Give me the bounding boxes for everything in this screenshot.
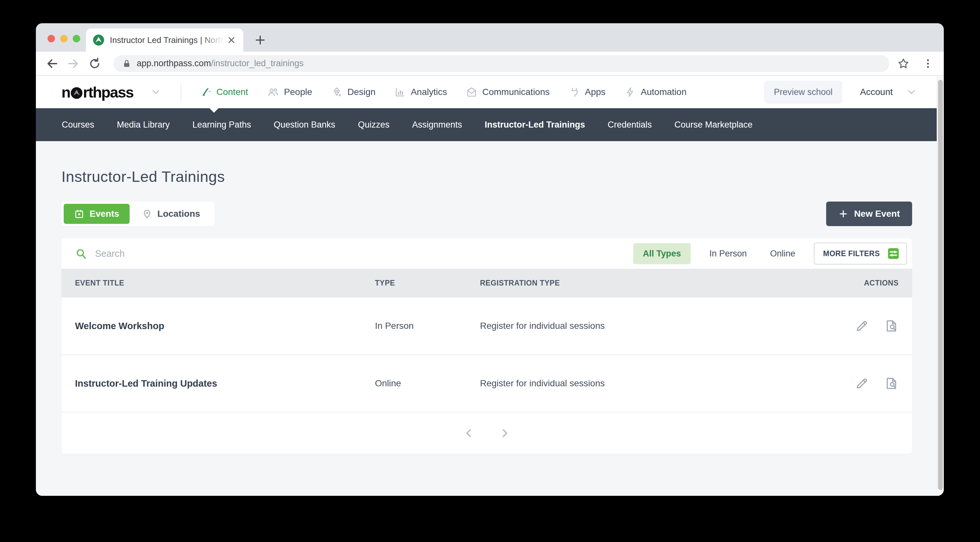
column-header-registration-type: REGISTRATION TYPE [480,279,864,287]
more-filters-label: MORE FILTERS [823,249,880,258]
nav-item-label: Automation [641,87,687,97]
northpass-logo[interactable]: n rthpass [61,83,134,101]
event-type-cell: In Person [375,321,480,331]
edit-pencil-icon[interactable] [854,319,869,333]
locations-tab[interactable]: Locations [130,204,212,224]
tab-close-icon[interactable] [227,35,236,45]
subnav-item-courses[interactable]: Courses [51,120,106,130]
subnav-item-instructor-led-trainings[interactable]: Instructor-Led Trainings [474,120,597,130]
nav-item-label: Communications [482,87,550,97]
subnav-item-media-library[interactable]: Media Library [106,120,181,130]
preview-document-icon[interactable] [885,376,899,390]
table-row[interactable]: Instructor-Led Training Updates Online R… [61,355,912,412]
window-controls [48,35,80,42]
page-content: Instructor-Led Trainings Events [36,168,937,454]
table-header-row: EVENT TITLE TYPE REGISTRATION TYPE ACTIO… [61,269,912,298]
search-icon [75,247,87,260]
back-arrow-icon [45,57,59,70]
fullscreen-window-button[interactable] [73,35,80,42]
edit-pencil-icon[interactable] [854,376,869,390]
northpass-logo-mark-icon [70,87,83,99]
content-sub-nav: Courses Media Library Learning Paths Que… [36,108,937,141]
northpass-favicon-icon [93,35,104,46]
browser-window: Instructor Led Trainings | North [36,23,944,496]
lock-icon [122,59,132,68]
forward-button[interactable] [66,57,81,71]
tab-title: Instructor Led Trainings | North [110,35,223,45]
filter-in-person[interactable]: In Person [705,249,751,259]
lightning-icon [624,86,636,98]
events-tab[interactable]: Events [64,204,130,224]
new-tab-button[interactable] [253,33,267,47]
app-viewport: n rthpass Cont [36,76,937,496]
scrollbar[interactable] [937,76,944,496]
pagination [61,412,912,454]
plus-icon [838,209,848,219]
active-nav-caret [209,108,219,113]
minimize-window-button[interactable] [60,35,68,42]
events-tab-label: Events [89,209,119,219]
logo-text: rthpass [83,83,134,101]
previous-page-button[interactable] [462,426,476,440]
nav-item-apps[interactable]: Apps [568,86,606,98]
account-menu[interactable]: Account [860,86,917,98]
app-top-nav: n rthpass Cont [36,76,937,108]
scrollbar-thumb[interactable] [938,80,943,490]
nav-item-communications[interactable]: Communications [466,86,550,98]
forward-arrow-icon [67,57,80,70]
preview-document-icon[interactable] [885,319,899,333]
new-event-button[interactable]: New Event [826,201,912,226]
subnav-item-credentials[interactable]: Credentials [597,120,663,130]
search-input[interactable] [94,248,321,259]
account-label: Account [860,87,893,97]
page-title: Instructor-Led Trainings [61,168,912,185]
logo-text: n [61,83,70,101]
browser-tab[interactable]: Instructor Led Trainings | North [86,29,243,52]
subnav-item-question-banks[interactable]: Question Banks [262,120,347,130]
plug-icon [568,86,580,98]
new-event-label: New Event [854,209,900,219]
nav-item-label: Content [216,87,248,97]
table-row[interactable]: Welcome Workshop In Person Register for … [61,298,912,355]
events-table-card: All Types In Person Online MORE FILTERS [61,238,912,454]
preview-school-button[interactable]: Preview school [764,81,842,104]
subnav-item-course-marketplace[interactable]: Course Marketplace [663,120,764,130]
school-switcher-chevron-icon[interactable] [150,87,161,98]
registration-type-cell: Register for individual sessions [480,378,854,388]
subnav-item-quizzes[interactable]: Quizzes [347,120,401,130]
subnav-item-assignments[interactable]: Assignments [401,120,474,130]
nav-item-content[interactable]: Content [200,86,248,98]
nav-item-design[interactable]: Design [331,86,375,98]
calendar-star-icon [74,209,84,219]
next-page-button[interactable] [498,426,512,440]
event-title-cell: Welcome Workshop [75,321,375,331]
registration-type-cell: Register for individual sessions [480,321,854,331]
browser-toolbar: app.northpass.com/instructor_led_trainin… [36,52,944,76]
filter-all-types[interactable]: All Types [633,243,691,264]
column-header-event-title: EVENT TITLE [75,279,375,287]
chevron-right-icon [498,427,511,439]
more-filters-button[interactable]: MORE FILTERS [814,242,907,265]
nav-item-people[interactable]: People [267,86,312,98]
sliders-filter-icon [887,247,900,260]
subnav-item-learning-paths[interactable]: Learning Paths [181,120,262,130]
nav-item-analytics[interactable]: Analytics [395,86,447,98]
people-icon [267,86,279,98]
reload-button[interactable] [88,57,102,71]
url-bar[interactable]: app.northpass.com/instructor_led_trainin… [113,55,889,72]
bookmark-star-icon[interactable] [897,57,910,70]
nav-item-label: Design [347,87,375,97]
event-title-cell: Instructor-Led Training Updates [75,378,375,389]
back-button[interactable] [45,57,59,71]
events-locations-toggle: Events Locations [61,201,215,226]
nav-item-label: Analytics [411,87,447,97]
map-pin-icon [142,209,152,219]
browser-menu-kebab-icon[interactable] [922,58,934,70]
url-text: app.northpass.com/instructor_led_trainin… [137,59,304,68]
nav-item-label: People [284,87,312,97]
nav-item-automation[interactable]: Automation [624,86,687,98]
locations-tab-label: Locations [158,209,200,219]
filter-online[interactable]: Online [765,249,800,259]
close-window-button[interactable] [48,35,55,42]
event-type-cell: Online [375,378,480,388]
